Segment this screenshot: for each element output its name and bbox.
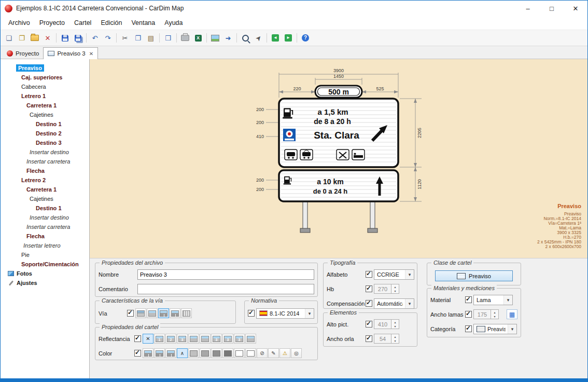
- color-option-9-button[interactable]: [234, 348, 245, 358]
- material-dropdown[interactable]: Lama: [473, 295, 513, 305]
- reflectance-option-1-button[interactable]: ✕: [143, 334, 153, 344]
- nav-back-button[interactable]: ◄: [269, 32, 282, 44]
- reflectance-option-10-button[interactable]: [245, 334, 256, 344]
- close-button[interactable]: ✕: [564, 1, 587, 16]
- via-option-5-button[interactable]: [181, 308, 192, 318]
- tree-item-destino-1b[interactable]: Destino 1: [1, 203, 89, 213]
- normativa-dropdown[interactable]: 8.1-IC 2014: [256, 308, 314, 319]
- tree-item-insertar-destino[interactable]: Insertar destino: [1, 147, 89, 157]
- color-option-3-button[interactable]: [165, 348, 176, 358]
- alto-pict-spinner[interactable]: 410: [374, 319, 399, 329]
- paste-button[interactable]: ▤: [145, 32, 157, 44]
- color-option-12-button[interactable]: ✎: [268, 348, 279, 358]
- spinner-arrows[interactable]: [491, 309, 499, 319]
- color-option-6-button[interactable]: [200, 348, 211, 358]
- color-option-5-button[interactable]: [188, 348, 199, 358]
- tree-item-ajustes[interactable]: Ajustes: [1, 278, 89, 288]
- tree-item-flecha-2[interactable]: Flecha: [1, 231, 89, 241]
- print-button[interactable]: [179, 32, 191, 44]
- tree-item-cajetines-2[interactable]: Cajetines: [1, 194, 89, 203]
- ancho-lamas-spinner[interactable]: 175: [473, 309, 499, 319]
- open-button[interactable]: [29, 32, 41, 44]
- reflectance-option-3-button[interactable]: 2: [165, 334, 176, 344]
- color-option-8-button[interactable]: [222, 348, 233, 358]
- menu-edicion[interactable]: Edición: [96, 17, 127, 29]
- alfabeto-checkbox[interactable]: [366, 271, 372, 278]
- color-option-14-button[interactable]: ◎: [291, 348, 302, 358]
- tree-item-insertar-destino-2[interactable]: Insertar destino: [1, 213, 89, 222]
- pointer-tool-button[interactable]: ➤: [252, 32, 264, 44]
- reflectance-option-9-button[interactable]: 3: [234, 334, 245, 344]
- color-option-1-button[interactable]: [143, 348, 153, 358]
- categoria-checkbox[interactable]: [465, 325, 472, 332]
- spinner-arrows[interactable]: [391, 334, 399, 344]
- comentario-input[interactable]: [137, 284, 314, 294]
- hb-checkbox[interactable]: [366, 285, 372, 292]
- clase-preaviso-button[interactable]: Preaviso: [435, 270, 513, 281]
- via-option-3-button[interactable]: [158, 308, 169, 318]
- tree-item-cabecera[interactable]: Cabecera: [1, 82, 89, 91]
- redo-button[interactable]: ↷: [102, 32, 114, 44]
- tree-item-fotos[interactable]: Fotos: [1, 269, 89, 278]
- save-button[interactable]: [59, 32, 71, 44]
- ancho-lamas-checkbox[interactable]: [465, 311, 472, 318]
- tree-item-flecha[interactable]: Flecha: [1, 166, 89, 175]
- menu-proyecto[interactable]: Proyecto: [35, 17, 69, 29]
- compensacion-dropdown[interactable]: Automática: [374, 298, 414, 309]
- alfabeto-dropdown[interactable]: CCRIGE: [374, 269, 414, 280]
- menu-archivo[interactable]: Archivo: [4, 17, 35, 29]
- ancho-orla-spinner[interactable]: 54: [374, 334, 399, 344]
- spinner-arrows[interactable]: [391, 319, 399, 329]
- color-option-13-button[interactable]: ⚠: [279, 348, 290, 358]
- tree-item-destino-3[interactable]: Destino 3: [1, 138, 89, 147]
- reflectance-option-7-button[interactable]: 3: [211, 334, 222, 344]
- tree-item-preaviso[interactable]: Preaviso: [1, 63, 89, 73]
- reflectance-option-6-button[interactable]: [200, 334, 211, 344]
- color-option-7-button[interactable]: [211, 348, 222, 358]
- nombre-input[interactable]: [137, 269, 314, 280]
- via-option-1-button[interactable]: [135, 308, 146, 318]
- color-option-10-button[interactable]: [245, 348, 256, 358]
- categoria-dropdown[interactable]: Preaviso: [473, 324, 517, 334]
- ancho-orla-checkbox[interactable]: [366, 335, 372, 342]
- copy-drawing-button[interactable]: ❒: [162, 32, 174, 44]
- maximize-button[interactable]: □: [540, 1, 564, 16]
- tree-item-insertar-carretera-2[interactable]: Insertar carretera: [1, 222, 89, 231]
- nav-forward-button[interactable]: ►: [282, 32, 295, 44]
- tree-item-letrero-1[interactable]: Letrero 1: [1, 91, 89, 101]
- via-checkbox[interactable]: [127, 310, 134, 317]
- mediciones-button[interactable]: ▦: [507, 309, 517, 319]
- tree-item-carretera-1[interactable]: Carretera 1: [1, 101, 89, 110]
- tree-item-insertar-carretera[interactable]: Insertar carretera: [1, 157, 89, 166]
- tree-item-carretera-1b[interactable]: Carretera 1: [1, 185, 89, 194]
- normativa-checkbox[interactable]: [248, 310, 255, 317]
- tree-item-cajetines[interactable]: Cajetines: [1, 110, 89, 119]
- zoom-hq-button[interactable]: [239, 32, 251, 44]
- color-option-4-button[interactable]: ∧: [177, 348, 188, 358]
- color-checkbox[interactable]: [134, 350, 141, 357]
- tree-item-letrero-2[interactable]: Letrero 2: [1, 175, 89, 185]
- tree-item-destino-1[interactable]: Destino 1: [1, 119, 89, 129]
- reflectance-option-4-button[interactable]: 3: [177, 334, 188, 344]
- new-cartel-button[interactable]: ❐: [16, 32, 28, 44]
- tree-item-soporte-cimentacion[interactable]: Soporte/Cimentación: [1, 260, 89, 269]
- menu-ayuda[interactable]: Ayuda: [160, 17, 187, 29]
- hb-spinner[interactable]: 270: [374, 284, 399, 294]
- tab-proyecto[interactable]: Proyecto: [3, 48, 43, 59]
- help-button[interactable]: ?: [299, 32, 312, 44]
- reflectancia-checkbox[interactable]: [134, 335, 141, 342]
- tab-preaviso-3[interactable]: Preaviso 3 ✕: [43, 47, 98, 59]
- delete-button[interactable]: ✕: [41, 32, 54, 44]
- new-document-button[interactable]: ❏: [3, 32, 15, 44]
- menu-cartel[interactable]: Cartel: [69, 17, 96, 29]
- color-option-11-button[interactable]: ⊘: [257, 348, 268, 358]
- export-button[interactable]: ➜: [222, 32, 234, 44]
- tree-item-pie[interactable]: Pie: [1, 250, 89, 260]
- spinner-arrows[interactable]: [391, 284, 399, 294]
- reflectance-option-5-button[interactable]: [188, 334, 199, 344]
- compensacion-checkbox[interactable]: [366, 300, 372, 307]
- material-checkbox[interactable]: [465, 296, 472, 303]
- alto-pict-checkbox[interactable]: [366, 321, 372, 328]
- minimize-button[interactable]: –: [516, 1, 540, 16]
- menu-ventana[interactable]: Ventana: [127, 17, 160, 29]
